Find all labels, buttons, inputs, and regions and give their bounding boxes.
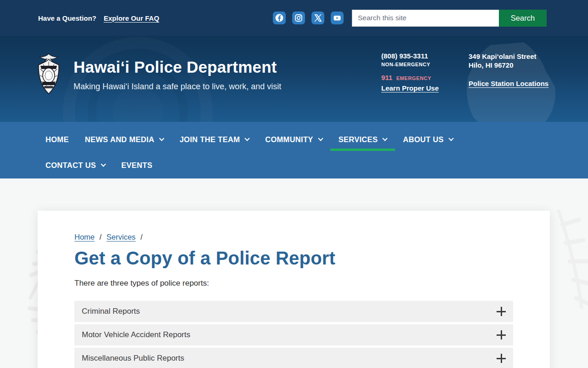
- site-tagline: Making Hawaiʻi Island a safe place to li…: [74, 82, 281, 92]
- chevron-down-icon: [245, 136, 250, 141]
- fern-watermark-right: [549, 206, 588, 344]
- site-header: Hawaiʻi Police Department Making Hawaiʻi…: [0, 36, 588, 122]
- accordion-motor-vehicle-accident-reports[interactable]: Motor Vehicle Accident Reports: [74, 324, 513, 345]
- nav-label: JOIN THE TEAM: [180, 135, 240, 144]
- page-title: Get a Copy of a Police Report: [74, 248, 513, 269]
- search-button[interactable]: Search: [499, 10, 547, 27]
- site-title: Hawaiʻi Police Department: [74, 58, 281, 76]
- instagram-icon[interactable]: [292, 12, 305, 24]
- breadcrumb-home-link[interactable]: Home: [74, 233, 95, 241]
- address-line-2: Hilo, HI 96720: [469, 61, 548, 69]
- station-locations-link[interactable]: Police Station Locations: [469, 80, 548, 87]
- nav-item-join-the-team[interactable]: JOIN THE TEAM: [180, 135, 249, 144]
- nav-label: ABOUT US: [403, 135, 444, 144]
- content-card: Home / Services / Get a Copy of a Police…: [38, 211, 550, 368]
- hpd-badge-logo: [34, 53, 63, 96]
- phone-contact-block: (808) 935-3311 NON-EMERGENCY 911 EMERGEN…: [381, 52, 439, 92]
- primary-navigation: HOME NEWS AND MEDIA JOIN THE TEAM COMMUN…: [0, 122, 588, 178]
- page-body: Home / Services / Get a Copy of a Police…: [0, 178, 588, 368]
- chevron-down-icon: [101, 161, 106, 167]
- nav-item-events[interactable]: EVENTS: [121, 161, 153, 170]
- x-twitter-icon[interactable]: [311, 12, 324, 24]
- accordion-label: Criminal Reports: [82, 307, 140, 316]
- phone-number: (808) 935-3311: [381, 52, 439, 60]
- faq-link[interactable]: Explore Our FAQ: [104, 14, 159, 22]
- nav-label: COMMUNITY: [265, 135, 313, 144]
- chevron-down-icon: [383, 136, 388, 141]
- site-identity: Hawaiʻi Police Department Making Hawaiʻi…: [74, 58, 281, 92]
- social-links: [273, 12, 344, 24]
- nav-label: CONTACT US: [45, 161, 96, 170]
- nav-row-1: HOME NEWS AND MEDIA JOIN THE TEAM COMMUN…: [45, 128, 588, 150]
- plus-icon: [497, 307, 506, 316]
- nav-label: HOME: [45, 135, 69, 144]
- page-intro: There are three types of police reports:: [74, 279, 513, 288]
- accordion-list: Criminal Reports Motor Vehicle Accident …: [74, 301, 513, 368]
- emergency-label: EMERGENCY: [396, 75, 431, 81]
- accordion-miscellaneous-public-reports[interactable]: Miscellaneous Public Reports: [74, 348, 513, 368]
- emergency-number: 911: [381, 74, 392, 81]
- learn-proper-use-link[interactable]: Learn Proper Use: [381, 84, 439, 92]
- address-line-1: 349 Kapiʻolani Street: [469, 52, 548, 61]
- chevron-down-icon: [318, 136, 323, 141]
- nav-item-services[interactable]: SERVICES: [339, 135, 387, 144]
- chevron-down-icon: [159, 136, 164, 141]
- emergency-line: 911 EMERGENCY: [381, 74, 439, 82]
- nav-row-2: CONTACT US EVENTS: [45, 154, 588, 176]
- facebook-icon[interactable]: [273, 12, 286, 24]
- breadcrumb-services-link[interactable]: Services: [107, 233, 136, 241]
- youtube-icon[interactable]: [331, 12, 344, 24]
- faq-prompt: Have a Question? Explore Our FAQ: [38, 14, 159, 22]
- plus-icon: [497, 330, 506, 339]
- breadcrumb: Home / Services /: [74, 233, 513, 242]
- breadcrumb-separator: /: [141, 233, 143, 241]
- breadcrumb-separator: /: [100, 233, 102, 241]
- address-block: 349 Kapiʻolani Street Hilo, HI 96720 Pol…: [469, 52, 548, 88]
- phone-label: NON-EMERGENCY: [381, 62, 439, 67]
- accordion-label: Motor Vehicle Accident Reports: [82, 330, 190, 339]
- chevron-down-icon: [448, 136, 453, 141]
- plus-icon: [497, 354, 506, 363]
- accordion-criminal-reports[interactable]: Criminal Reports: [74, 301, 513, 322]
- search-input[interactable]: [352, 10, 499, 27]
- top-utility-bar: Have a Question? Explore Our FAQ: [0, 0, 588, 36]
- nav-item-home[interactable]: HOME: [45, 135, 69, 144]
- nav-item-news-and-media[interactable]: NEWS AND MEDIA: [85, 135, 164, 144]
- question-label: Have a Question?: [38, 14, 96, 22]
- active-nav-indicator: [330, 149, 396, 151]
- nav-item-community[interactable]: COMMUNITY: [265, 135, 322, 144]
- nav-label: EVENTS: [121, 161, 153, 170]
- nav-item-contact-us[interactable]: CONTACT US: [45, 161, 105, 170]
- accordion-label: Miscellaneous Public Reports: [82, 354, 184, 363]
- nav-label: NEWS AND MEDIA: [85, 135, 154, 144]
- nav-label: SERVICES: [339, 135, 378, 144]
- nav-item-about-us[interactable]: ABOUT US: [403, 135, 453, 144]
- site-search-form: Search: [352, 10, 547, 27]
